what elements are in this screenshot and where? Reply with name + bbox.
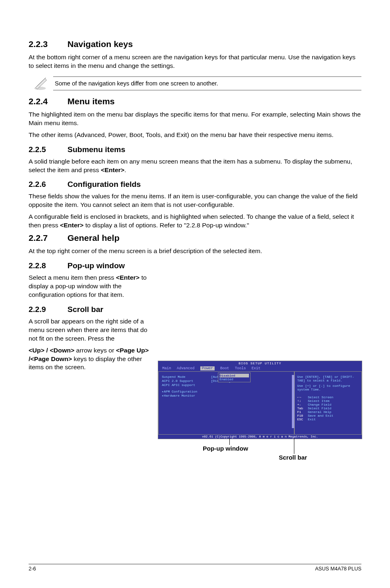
bios-body: Suspend Mode[Auto] ACPI 2.0 Support[Disa… [158,371,362,435]
bios-key-row: F1General Help [297,410,359,414]
paragraph: At the bottom right corner of a menu scr… [29,53,361,70]
heading-number: 2.2.3 [29,39,67,49]
heading-text: Submenu items [67,145,125,154]
callout-popup: Pop-up window [203,445,248,452]
text: A solid triangle before each item on any… [29,158,352,173]
paragraph: A solid triangle before each item on any… [29,157,361,175]
callout-line [294,438,294,454]
heading-227: 2.2.7General help [29,233,361,243]
page-footer: 2-6 ASUS M4A78 PLUS [29,564,361,572]
heading-number: 2.2.9 [29,305,67,314]
heading-text: Scroll bar [67,305,103,314]
note-text: Some of the navigation keys differ from … [53,76,361,90]
bios-menu-item-active: Power [200,366,215,370]
bios-submenu-row: ▸ APM Configuration [162,390,291,393]
bios-menu-item: Boot [220,366,229,370]
callout-scrollbar: Scroll bar [279,454,307,461]
heading-number: 2.2.8 [29,261,67,270]
bios-key-row: TabSelect Field [297,406,359,410]
callout-line [229,438,230,445]
bios-menu-bar: Main Advanced Power Boot Tools Exit [158,366,362,371]
bios-field-row: ACPI APIC support Disabled Enabled [162,383,291,387]
heading-number: 2.2.4 [29,97,67,106]
key-ref: <Enter> [116,274,140,281]
heading-number: 2.2.6 [29,180,67,189]
bios-menu-item: Exit [251,366,260,370]
paragraph: The highlighted item on the menu bar dis… [29,110,361,128]
text: arrow keys or [74,347,116,354]
bios-screenshot: BIOS SETUP UTILITY Main Advanced Power B… [158,361,362,460]
heading-text: Navigation keys [67,39,133,49]
page-number: 2-6 [29,566,36,572]
bios-title: BIOS SETUP UTILITY [158,361,362,366]
heading-text: Menu items [67,97,115,106]
paragraph: At the top right corner of the menu scre… [29,247,361,256]
key-ref: <Enter> [101,166,125,173]
bios-menu-item: Main [162,366,171,370]
text: . [124,166,126,173]
pencil-note-icon [29,76,53,91]
heading-223: 2.2.3Navigation keys [29,39,361,49]
product-name: ASUS M4A78 PLUS [315,566,361,572]
bios-field-label: ACPI APIC support [162,383,211,387]
key-ref: <Up> / <Down> [29,347,74,354]
bios-help-pane: Use [ENTER], [TAB] or [SHIFT-TAB] to sel… [294,371,362,435]
heading-text: Pop-up window [67,261,125,270]
heading-228: 2.2.8Pop-up window [29,261,361,270]
bios-popup-option: Enabled [220,377,249,381]
note-row: Some of the navigation keys differ from … [29,76,361,91]
bios-key-row: +-Change Field [297,403,359,406]
bios-popup-option-selected: Disabled [220,374,249,377]
bios-key-row: ESCExit [297,417,359,421]
bios-field-label: Suspend Mode [162,375,211,379]
bios-menu-item: Tools [235,366,246,370]
paragraph: The other items (Advanced, Power, Boot, … [29,131,361,139]
heading-224: 2.2.4Menu items [29,97,361,106]
paragraph: These fields show the values for the men… [29,192,361,209]
bios-submenu-row: ▸ Hardware Monitor [162,394,291,397]
bios-footer: v02.61 (C)Copyright 1985-2008, A m e r i… [158,435,362,439]
heading-229: 2.2.9Scroll bar [29,305,151,314]
paragraph: A configurable field is enclosed in brac… [29,213,361,230]
key-ref: <Enter> [60,222,84,229]
paragraph: Select a menu item then press <Enter> to… [29,274,151,299]
bios-key-row: F10Save and Exit [297,414,359,417]
bios-popup: Disabled Enabled [218,373,251,382]
heading-226: 2.2.6Configuration fields [29,180,361,189]
bios-help-text: Use [+] or [-] to configure system Time. [297,384,359,391]
text: to display a list of options. Refer to "… [83,222,249,229]
bios-help-text: Use [ENTER], [TAB] or [SHIFT-TAB] to sel… [297,375,359,382]
heading-text: General help [67,233,119,242]
text: Select a menu item then press [29,274,116,281]
heading-text: Configuration fields [67,180,141,189]
bios-window: BIOS SETUP UTILITY Main Advanced Power B… [158,361,362,439]
paragraph: A scroll bar appears on the right side o… [29,317,151,343]
paragraph: <Up> / <Down> arrow keys or <Page Up> /<… [29,346,151,372]
heading-225: 2.2.5Submenu items [29,145,361,154]
bios-submenu-label: Hardware Monitor [164,394,195,397]
bios-key-row: ←→Select Screen [297,395,359,399]
bios-menu-item: Advanced [177,366,195,370]
bios-left-pane: Suspend Mode[Auto] ACPI 2.0 Support[Disa… [158,371,294,435]
heading-number: 2.2.7 [29,233,67,243]
bios-submenu-label: APM Configuration [164,390,197,393]
bios-field-label: ACPI 2.0 Support [162,379,211,383]
bios-key-row: ↑↓Select Item [297,399,359,403]
bios-scrollbar [292,375,294,428]
heading-number: 2.2.5 [29,145,67,154]
